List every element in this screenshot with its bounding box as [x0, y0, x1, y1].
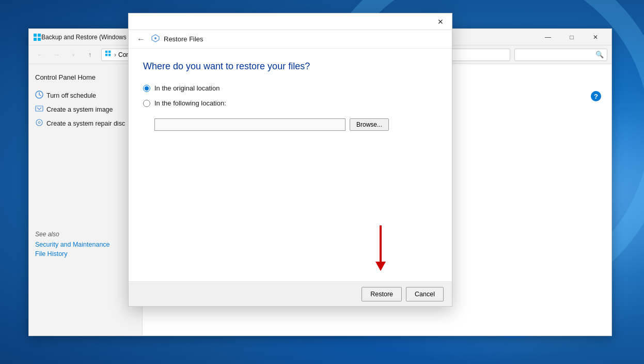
dialog-back-button[interactable]: ←: [135, 33, 147, 46]
file-history-link[interactable]: File History: [29, 249, 142, 259]
breadcrumb-text: ›: [114, 51, 116, 58]
breadcrumb-icon: [105, 50, 112, 59]
svg-rect-5: [108, 51, 111, 53]
back-button[interactable]: ←: [33, 48, 48, 62]
svg-rect-3: [38, 38, 41, 41]
search-bar[interactable]: 🔍: [514, 49, 607, 61]
turn-off-icon: [35, 90, 43, 100]
radio-original-input[interactable]: [143, 85, 150, 92]
svg-point-10: [36, 119, 42, 126]
radio-following-input[interactable]: [143, 100, 150, 107]
forward-button[interactable]: →: [50, 48, 64, 62]
radio-original-location[interactable]: In the original location: [143, 84, 437, 92]
dialog-nav-title: Restore Files: [164, 35, 203, 43]
location-input-row: Browse...: [154, 118, 437, 131]
radio-following-location[interactable]: In the following location:: [143, 99, 437, 107]
restore-location-options: In the original location In the followin…: [143, 84, 437, 131]
dialog-footer: Restore Cancel: [129, 281, 452, 306]
radio-original-label: In the original location: [154, 84, 219, 92]
svg-rect-4: [105, 51, 107, 53]
sidebar-item-turn-off-schedule[interactable]: Turn off schedule: [29, 88, 142, 102]
sidebar-item-label: Create a system image: [46, 106, 113, 113]
app-icon: [33, 33, 41, 41]
cancel-button[interactable]: Cancel: [406, 287, 444, 301]
up-button[interactable]: ↑: [83, 48, 97, 62]
svg-rect-9: [36, 106, 43, 111]
title-bar-controls: — □ ✕: [536, 29, 607, 46]
see-also-label: See also: [29, 223, 142, 240]
maximize-button[interactable]: □: [560, 29, 584, 46]
help-button[interactable]: ?: [591, 91, 601, 101]
sidebar-item-create-repair-disc[interactable]: Create a system repair disc: [29, 116, 142, 130]
dialog-close-button[interactable]: ✕: [433, 14, 448, 29]
dialog-nav-icon: [151, 34, 160, 44]
location-input-field[interactable]: [154, 118, 345, 131]
restore-button[interactable]: Restore: [362, 287, 402, 301]
dialog-back-icon: ←: [137, 35, 145, 44]
sidebar-item-create-system-image[interactable]: Create a system image: [29, 102, 142, 116]
svg-rect-7: [108, 54, 111, 56]
dialog-heading: Where do you want to restore your files?: [143, 61, 437, 72]
dialog-title-bar: ✕: [129, 13, 452, 30]
dialog-nav-bar: ← Restore Files: [129, 30, 452, 49]
minimize-button[interactable]: —: [536, 29, 560, 46]
svg-rect-0: [34, 34, 37, 37]
security-maintenance-link[interactable]: Security and Maintenance: [29, 240, 142, 249]
repair-disc-icon: [35, 118, 43, 128]
close-button[interactable]: ✕: [584, 29, 607, 46]
sidebar: Control Panel Home Turn off schedule: [29, 64, 143, 336]
svg-rect-1: [38, 34, 41, 37]
dropdown-button[interactable]: ∨: [66, 48, 81, 62]
sidebar-item-label: Turn off schedule: [46, 92, 96, 99]
svg-rect-6: [105, 54, 107, 56]
browse-button[interactable]: Browse...: [350, 118, 389, 131]
svg-rect-2: [34, 38, 37, 41]
system-image-icon: [35, 104, 43, 114]
sidebar-control-panel-home[interactable]: Control Panel Home: [29, 70, 142, 84]
restore-files-dialog: ✕ ← Restore Files Where do you want to r…: [128, 13, 452, 307]
sidebar-main-label: Control Panel Home: [35, 73, 96, 81]
svg-point-12: [154, 37, 156, 39]
svg-point-11: [38, 122, 40, 124]
sidebar-item-label: Create a system repair disc: [46, 120, 125, 127]
dialog-content: Where do you want to restore your files?…: [129, 49, 452, 281]
search-icon[interactable]: 🔍: [595, 51, 604, 58]
radio-following-label: In the following location:: [154, 99, 226, 107]
